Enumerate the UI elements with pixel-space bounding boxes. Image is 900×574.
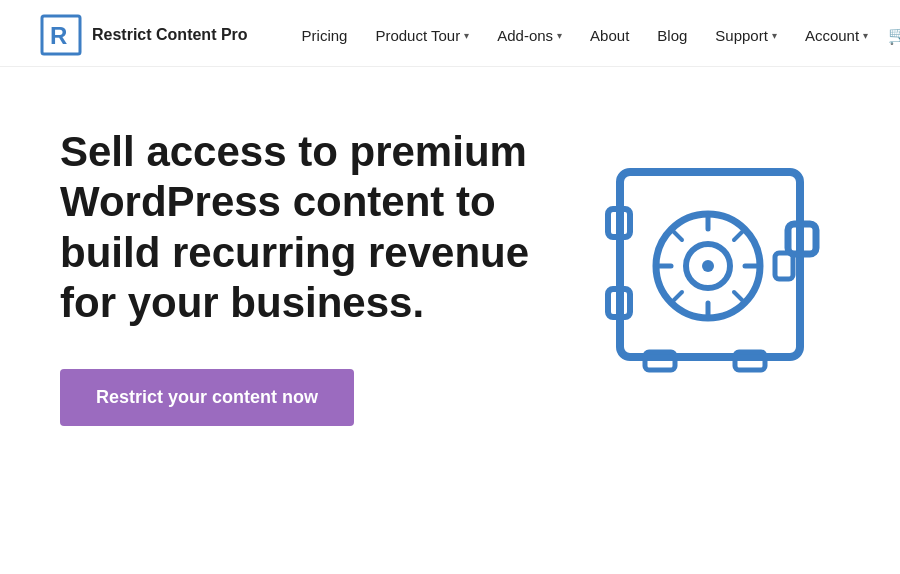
vault-icon [600,154,840,394]
cart-icon[interactable]: 🛒 [888,24,900,46]
hero-illustration [600,154,840,398]
hero-section: Sell access to premium WordPress content… [0,67,900,476]
svg-line-13 [673,231,682,240]
site-header: R Restrict Content Pro Pricing Product T… [0,0,900,67]
nav-pricing[interactable]: Pricing [288,19,362,52]
nav-about[interactable]: About [576,19,643,52]
svg-line-16 [673,292,682,301]
svg-text:R: R [50,22,67,49]
nav-account[interactable]: Account ▾ [791,19,882,52]
chevron-down-icon: ▾ [464,30,469,41]
logo-link[interactable]: R Restrict Content Pro [40,14,248,56]
svg-rect-17 [775,253,793,279]
svg-line-15 [734,231,743,240]
logo-icon: R [40,14,82,56]
main-nav: Pricing Product Tour ▾ Add-ons ▾ About B… [288,19,900,52]
nav-blog[interactable]: Blog [643,19,701,52]
hero-content: Sell access to premium WordPress content… [60,127,540,426]
svg-line-14 [734,292,743,301]
chevron-down-icon: ▾ [863,30,868,41]
brand-name: Restrict Content Pro [92,26,248,44]
svg-point-8 [702,260,714,272]
chevron-down-icon: ▾ [772,30,777,41]
cta-button[interactable]: Restrict your content now [60,369,354,426]
hero-headline: Sell access to premium WordPress content… [60,127,540,329]
nav-product-tour[interactable]: Product Tour ▾ [361,19,483,52]
chevron-down-icon: ▾ [557,30,562,41]
nav-support[interactable]: Support ▾ [701,19,791,52]
nav-add-ons[interactable]: Add-ons ▾ [483,19,576,52]
